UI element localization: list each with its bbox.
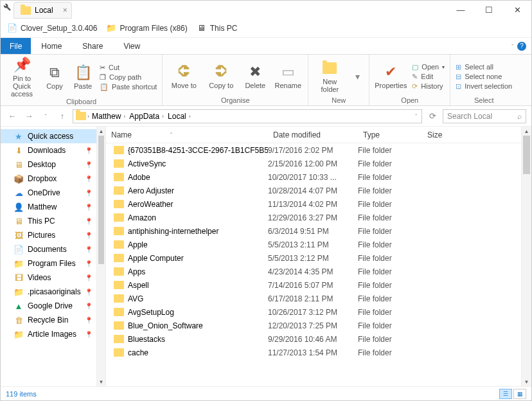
- ribbon-collapse-icon[interactable]: ˇ: [511, 43, 513, 49]
- sidebar-item[interactable]: 📁Article Images📍: [1, 327, 105, 341]
- sidebar-item[interactable]: ★Quick access: [1, 129, 105, 143]
- column-type[interactable]: Type: [358, 130, 422, 139]
- table-row[interactable]: antiphishing-internethelper6/3/2014 9:51…: [106, 224, 531, 238]
- copy-path-button[interactable]: ❐Copy path: [100, 73, 157, 82]
- sidebar-item[interactable]: ☁OneDrive📍: [1, 186, 105, 200]
- menu-tab-share[interactable]: Share: [72, 38, 113, 54]
- properties-button[interactable]: ✔ Properties: [375, 64, 407, 89]
- invert-selection-button[interactable]: ⊡Invert selection: [456, 82, 512, 91]
- browser-tab[interactable]: Local ×: [13, 2, 72, 19]
- scroll-up-icon[interactable]: ▲: [522, 127, 531, 136]
- file-date: 4/23/2014 4:35 PM: [268, 267, 358, 276]
- edit-button[interactable]: ✎Edit: [412, 73, 445, 81]
- back-button[interactable]: ←: [6, 110, 19, 123]
- table-row[interactable]: Aspell7/14/2016 5:07 PMFile folder: [106, 278, 531, 292]
- address-dropdown-icon[interactable]: ˇ: [415, 113, 417, 119]
- scroll-down-icon[interactable]: ▼: [522, 377, 531, 386]
- scroll-up-icon[interactable]: ▲: [97, 127, 105, 136]
- table-row[interactable]: Apple Computer5/5/2013 2:12 PMFile folde…: [106, 251, 531, 265]
- chevron-right-icon[interactable]: ›: [189, 113, 191, 120]
- shortcut-item[interactable]: 🖥This PC: [197, 23, 238, 33]
- close-button[interactable]: ✕: [503, 1, 531, 19]
- sidebar-item[interactable]: 📄Documents📍: [1, 242, 105, 256]
- file-scrollbar[interactable]: ▲ ▼: [521, 127, 531, 386]
- table-row[interactable]: ActiveSync2/15/2016 12:00 PMFile folder: [106, 157, 531, 170]
- scrollbar-thumb[interactable]: [98, 136, 104, 264]
- breadcrumb-segment[interactable]: Local›: [166, 112, 192, 121]
- sidebar-item[interactable]: 🗑Recycle Bin📍: [1, 313, 105, 327]
- tools-icon[interactable]: [2, 2, 12, 12]
- cut-button[interactable]: ✂Cut: [100, 64, 157, 72]
- scrollbar-thumb[interactable]: [523, 136, 530, 174]
- sidebar-scrollbar[interactable]: ▲ ▼: [96, 127, 105, 386]
- breadcrumb-segment[interactable]: AppData›: [128, 112, 165, 121]
- sidebar-item[interactable]: 🎞Videos📍: [1, 271, 105, 285]
- open-button[interactable]: ▢Open▾: [412, 63, 445, 71]
- scroll-down-icon[interactable]: ▼: [97, 377, 105, 386]
- column-date[interactable]: Date modified: [268, 130, 358, 139]
- pin-to-quick-access-button[interactable]: 📌 Pin to Quick access: [6, 57, 38, 98]
- chevron-right-icon[interactable]: ›: [162, 113, 164, 120]
- menu-tab-home[interactable]: Home: [31, 38, 72, 54]
- table-row[interactable]: {670351B8-4251-3CCE-2967-1B1CF5B5E6...9/…: [106, 143, 531, 157]
- chevron-right-icon[interactable]: ›: [123, 113, 125, 120]
- sidebar-item[interactable]: 🖥This PC📍: [1, 214, 105, 228]
- menu-tab-view[interactable]: View: [113, 38, 150, 54]
- file-icon: 📄: [7, 23, 17, 33]
- copy-to-button[interactable]: ⮊ Copy to: [205, 64, 237, 89]
- move-to-button[interactable]: ⮈ Move to: [168, 64, 200, 89]
- sidebar-item[interactable]: 📦Dropbox📍: [1, 172, 105, 186]
- file-menu[interactable]: File: [1, 38, 31, 54]
- folder-icon: [21, 6, 31, 15]
- sidebar-item[interactable]: ▲Google Drive📍: [1, 299, 105, 313]
- column-name[interactable]: Nameˆ: [106, 130, 268, 139]
- up-button[interactable]: ↑: [56, 110, 69, 123]
- close-tab-icon[interactable]: ×: [63, 6, 67, 15]
- select-all-button[interactable]: ⊞Select all: [456, 63, 512, 71]
- table-row[interactable]: Apps4/23/2014 4:35 PMFile folder: [106, 265, 531, 278]
- sidebar-item[interactable]: 📁Program Files📍: [1, 256, 105, 271]
- column-size[interactable]: Size: [422, 130, 461, 139]
- rename-button[interactable]: ▭ Rename: [273, 64, 303, 89]
- sidebar-item[interactable]: 🖥Desktop📍: [1, 157, 105, 172]
- sidebar-item[interactable]: 📁.picasaoriginals📍: [1, 285, 105, 299]
- copy-button[interactable]: ⧉ Copy: [43, 64, 66, 90]
- shortcut-item[interactable]: 📁Program Files (x86): [106, 23, 187, 33]
- new-item-button[interactable]: ▾: [351, 68, 364, 85]
- folder-icon: [114, 254, 124, 262]
- table-row[interactable]: cache11/27/2013 1:54 PMFile folder: [106, 346, 531, 359]
- minimize-button[interactable]: —: [447, 1, 475, 19]
- table-row[interactable]: Adobe10/20/2017 10:33 ...File folder: [106, 170, 531, 184]
- maximize-button[interactable]: ☐: [475, 1, 503, 19]
- icons-view-button[interactable]: ▦: [513, 389, 526, 399]
- pin-icon: 📍: [85, 331, 93, 338]
- table-row[interactable]: Blue_Onion_Software12/20/2013 7:25 PMFil…: [106, 319, 531, 332]
- search-input[interactable]: Search Local ⌕: [443, 109, 526, 123]
- table-row[interactable]: AVG6/17/2018 2:11 PMFile folder: [106, 292, 531, 305]
- sidebar-item[interactable]: ⬇Downloads📍: [1, 143, 105, 157]
- sidebar-item[interactable]: 👤Matthew📍: [1, 200, 105, 214]
- paste-shortcut-button[interactable]: 📋Paste shortcut: [100, 83, 157, 91]
- forward-button[interactable]: →: [22, 110, 35, 123]
- table-row[interactable]: AeroWeather11/13/2014 4:02 PMFile folder: [106, 197, 531, 211]
- select-none-button[interactable]: ⊟Select none: [456, 73, 512, 81]
- breadcrumb[interactable]: › Matthew›AppData›Local› ˇ: [73, 109, 422, 123]
- paste-button[interactable]: 📋 Paste: [71, 64, 94, 90]
- new-folder-button[interactable]: New folder: [314, 60, 346, 93]
- refresh-button[interactable]: ⟳: [426, 110, 439, 123]
- help-icon[interactable]: ?: [517, 42, 526, 51]
- ribbon-group-new: New folder ▾ New: [308, 55, 369, 105]
- pin-icon: 📍: [85, 218, 93, 225]
- table-row[interactable]: Amazon12/29/2016 3:27 PMFile folder: [106, 211, 531, 224]
- table-row[interactable]: AvgSetupLog10/26/2017 3:12 PMFile folder: [106, 305, 531, 319]
- table-row[interactable]: Bluestacks9/29/2016 10:46 AMFile folder: [106, 332, 531, 346]
- shortcut-item[interactable]: 📄Clover_Setup_3.0.406: [7, 23, 97, 33]
- history-button[interactable]: ⟳History: [412, 82, 445, 91]
- sidebar-item[interactable]: 🖼Pictures📍: [1, 228, 105, 242]
- details-view-button[interactable]: ☰: [499, 389, 512, 399]
- table-row[interactable]: Apple5/5/2013 2:11 PMFile folder: [106, 238, 531, 251]
- table-row[interactable]: Aero Adjuster10/28/2014 4:07 PMFile fold…: [106, 184, 531, 197]
- breadcrumb-segment[interactable]: Matthew›: [91, 112, 127, 121]
- delete-button[interactable]: ✖ Delete: [242, 64, 268, 89]
- recent-locations-button[interactable]: ˇ: [39, 110, 52, 123]
